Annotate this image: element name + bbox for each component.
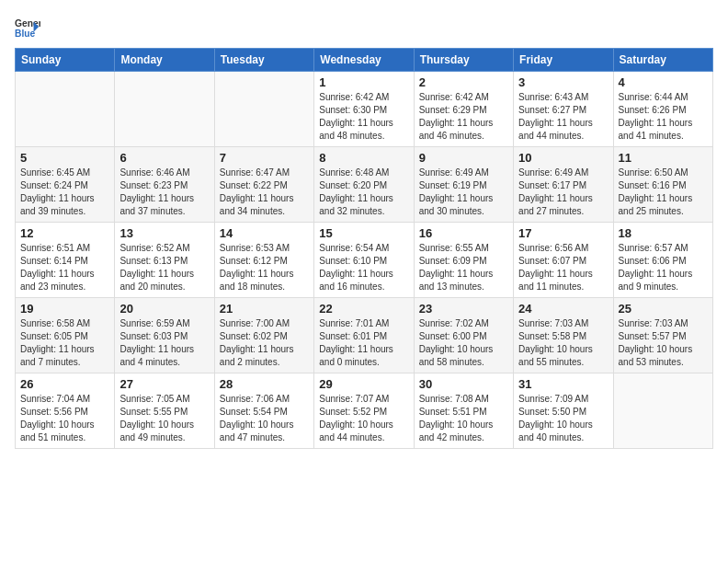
day-number: 5 bbox=[20, 151, 109, 165]
day-number: 30 bbox=[419, 377, 508, 391]
day-number: 16 bbox=[419, 226, 508, 240]
day-info: Sunrise: 7:04 AMSunset: 5:56 PMDaylight:… bbox=[20, 393, 109, 444]
day-info: Sunrise: 7:09 AMSunset: 5:50 PMDaylight:… bbox=[518, 393, 608, 444]
day-cell: 1Sunrise: 6:42 AMSunset: 6:30 PMDaylight… bbox=[314, 72, 414, 147]
day-cell: 31Sunrise: 7:09 AMSunset: 5:50 PMDayligh… bbox=[514, 373, 613, 449]
calendar-table: SundayMondayTuesdayWednesdayThursdayFrid… bbox=[15, 48, 713, 449]
day-info: Sunrise: 6:57 AMSunset: 6:06 PMDaylight:… bbox=[619, 242, 708, 293]
day-number: 3 bbox=[518, 75, 608, 89]
day-cell bbox=[613, 373, 712, 449]
day-number: 12 bbox=[20, 226, 109, 240]
day-info: Sunrise: 6:58 AMSunset: 6:05 PMDaylight:… bbox=[20, 317, 109, 369]
day-number: 19 bbox=[20, 302, 109, 316]
day-cell: 3Sunrise: 6:43 AMSunset: 6:27 PMDaylight… bbox=[514, 72, 613, 147]
day-cell: 16Sunrise: 6:55 AMSunset: 6:09 PMDayligh… bbox=[414, 223, 513, 298]
day-number: 21 bbox=[220, 302, 309, 316]
day-number: 25 bbox=[619, 302, 708, 316]
logo-icon: General Blue bbox=[15, 15, 40, 40]
day-cell: 12Sunrise: 6:51 AMSunset: 6:14 PMDayligh… bbox=[16, 223, 115, 298]
day-info: Sunrise: 6:49 AMSunset: 6:19 PMDaylight:… bbox=[419, 167, 508, 218]
day-cell: 13Sunrise: 6:52 AMSunset: 6:13 PMDayligh… bbox=[115, 223, 214, 298]
day-cell: 18Sunrise: 6:57 AMSunset: 6:06 PMDayligh… bbox=[613, 223, 712, 298]
day-cell: 27Sunrise: 7:05 AMSunset: 5:55 PMDayligh… bbox=[115, 373, 214, 449]
day-info: Sunrise: 7:03 AMSunset: 5:58 PMDaylight:… bbox=[518, 317, 608, 369]
day-cell: 24Sunrise: 7:03 AMSunset: 5:58 PMDayligh… bbox=[514, 298, 613, 373]
day-number: 23 bbox=[419, 302, 508, 316]
page-header: General Blue bbox=[15, 15, 713, 40]
day-cell: 26Sunrise: 7:04 AMSunset: 5:56 PMDayligh… bbox=[16, 373, 115, 449]
day-info: Sunrise: 6:55 AMSunset: 6:09 PMDaylight:… bbox=[419, 242, 508, 293]
day-number: 6 bbox=[119, 151, 209, 165]
day-info: Sunrise: 6:54 AMSunset: 6:10 PMDaylight:… bbox=[319, 242, 408, 293]
day-number: 31 bbox=[518, 377, 608, 391]
weekday-header-wednesday: Wednesday bbox=[314, 49, 414, 72]
day-cell: 30Sunrise: 7:08 AMSunset: 5:51 PMDayligh… bbox=[414, 373, 513, 449]
day-info: Sunrise: 7:02 AMSunset: 6:00 PMDaylight:… bbox=[419, 317, 508, 369]
day-cell: 17Sunrise: 6:56 AMSunset: 6:07 PMDayligh… bbox=[514, 223, 613, 298]
weekday-header-sunday: Sunday bbox=[16, 49, 115, 72]
weekday-header-thursday: Thursday bbox=[414, 49, 513, 72]
day-number: 26 bbox=[20, 377, 109, 391]
day-cell: 9Sunrise: 6:49 AMSunset: 6:19 PMDaylight… bbox=[414, 147, 513, 223]
day-info: Sunrise: 6:42 AMSunset: 6:29 PMDaylight:… bbox=[419, 91, 508, 143]
day-info: Sunrise: 6:43 AMSunset: 6:27 PMDaylight:… bbox=[518, 91, 608, 143]
day-cell bbox=[115, 72, 214, 147]
day-cell: 7Sunrise: 6:47 AMSunset: 6:22 PMDaylight… bbox=[214, 147, 313, 223]
day-cell: 4Sunrise: 6:44 AMSunset: 6:26 PMDaylight… bbox=[613, 72, 712, 147]
week-row-4: 19Sunrise: 6:58 AMSunset: 6:05 PMDayligh… bbox=[16, 298, 713, 373]
weekday-header-tuesday: Tuesday bbox=[214, 49, 313, 72]
day-number: 2 bbox=[419, 75, 508, 89]
day-cell: 14Sunrise: 6:53 AMSunset: 6:12 PMDayligh… bbox=[214, 223, 313, 298]
day-cell: 25Sunrise: 7:03 AMSunset: 5:57 PMDayligh… bbox=[613, 298, 712, 373]
weekday-header-saturday: Saturday bbox=[613, 49, 712, 72]
day-info: Sunrise: 6:51 AMSunset: 6:14 PMDaylight:… bbox=[20, 242, 109, 293]
day-info: Sunrise: 6:42 AMSunset: 6:30 PMDaylight:… bbox=[319, 91, 408, 143]
day-info: Sunrise: 6:56 AMSunset: 6:07 PMDaylight:… bbox=[518, 242, 608, 293]
day-info: Sunrise: 6:59 AMSunset: 6:03 PMDaylight:… bbox=[119, 317, 209, 369]
day-info: Sunrise: 6:52 AMSunset: 6:13 PMDaylight:… bbox=[119, 242, 209, 293]
day-cell: 15Sunrise: 6:54 AMSunset: 6:10 PMDayligh… bbox=[314, 223, 414, 298]
day-info: Sunrise: 7:05 AMSunset: 5:55 PMDaylight:… bbox=[119, 393, 209, 444]
day-number: 13 bbox=[119, 226, 209, 240]
day-cell: 8Sunrise: 6:48 AMSunset: 6:20 PMDaylight… bbox=[314, 147, 414, 223]
weekday-header-friday: Friday bbox=[514, 49, 613, 72]
weekday-header-monday: Monday bbox=[115, 49, 214, 72]
day-number: 9 bbox=[419, 151, 508, 165]
day-cell: 28Sunrise: 7:06 AMSunset: 5:54 PMDayligh… bbox=[214, 373, 313, 449]
day-cell: 23Sunrise: 7:02 AMSunset: 6:00 PMDayligh… bbox=[414, 298, 513, 373]
day-info: Sunrise: 6:46 AMSunset: 6:23 PMDaylight:… bbox=[119, 167, 209, 218]
day-cell: 10Sunrise: 6:49 AMSunset: 6:17 PMDayligh… bbox=[514, 147, 613, 223]
day-cell: 5Sunrise: 6:45 AMSunset: 6:24 PMDaylight… bbox=[16, 147, 115, 223]
day-cell: 6Sunrise: 6:46 AMSunset: 6:23 PMDaylight… bbox=[115, 147, 214, 223]
day-cell: 21Sunrise: 7:00 AMSunset: 6:02 PMDayligh… bbox=[214, 298, 313, 373]
day-info: Sunrise: 6:44 AMSunset: 6:26 PMDaylight:… bbox=[619, 91, 708, 143]
day-info: Sunrise: 7:06 AMSunset: 5:54 PMDaylight:… bbox=[220, 393, 309, 444]
weekday-header-row: SundayMondayTuesdayWednesdayThursdayFrid… bbox=[16, 49, 713, 72]
day-info: Sunrise: 6:45 AMSunset: 6:24 PMDaylight:… bbox=[20, 167, 109, 218]
day-number: 1 bbox=[319, 75, 408, 89]
day-info: Sunrise: 7:03 AMSunset: 5:57 PMDaylight:… bbox=[619, 317, 708, 369]
day-info: Sunrise: 7:01 AMSunset: 6:01 PMDaylight:… bbox=[319, 317, 408, 369]
day-number: 7 bbox=[220, 151, 309, 165]
day-cell: 2Sunrise: 6:42 AMSunset: 6:29 PMDaylight… bbox=[414, 72, 513, 147]
week-row-2: 5Sunrise: 6:45 AMSunset: 6:24 PMDaylight… bbox=[16, 147, 713, 223]
day-number: 14 bbox=[220, 226, 309, 240]
logo: General Blue bbox=[15, 15, 40, 40]
day-cell bbox=[16, 72, 115, 147]
day-number: 15 bbox=[319, 226, 408, 240]
day-number: 11 bbox=[619, 151, 708, 165]
day-info: Sunrise: 6:49 AMSunset: 6:17 PMDaylight:… bbox=[518, 167, 608, 218]
day-number: 4 bbox=[619, 75, 708, 89]
day-info: Sunrise: 6:53 AMSunset: 6:12 PMDaylight:… bbox=[220, 242, 309, 293]
day-number: 22 bbox=[319, 302, 408, 316]
week-row-3: 12Sunrise: 6:51 AMSunset: 6:14 PMDayligh… bbox=[16, 223, 713, 298]
day-cell bbox=[214, 72, 313, 147]
week-row-1: 1Sunrise: 6:42 AMSunset: 6:30 PMDaylight… bbox=[16, 72, 713, 147]
day-info: Sunrise: 7:07 AMSunset: 5:52 PMDaylight:… bbox=[319, 393, 408, 444]
day-cell: 20Sunrise: 6:59 AMSunset: 6:03 PMDayligh… bbox=[115, 298, 214, 373]
day-info: Sunrise: 6:50 AMSunset: 6:16 PMDaylight:… bbox=[619, 167, 708, 218]
day-number: 10 bbox=[518, 151, 608, 165]
svg-text:Blue: Blue bbox=[15, 29, 36, 39]
day-number: 27 bbox=[119, 377, 209, 391]
day-info: Sunrise: 6:47 AMSunset: 6:22 PMDaylight:… bbox=[220, 167, 309, 218]
